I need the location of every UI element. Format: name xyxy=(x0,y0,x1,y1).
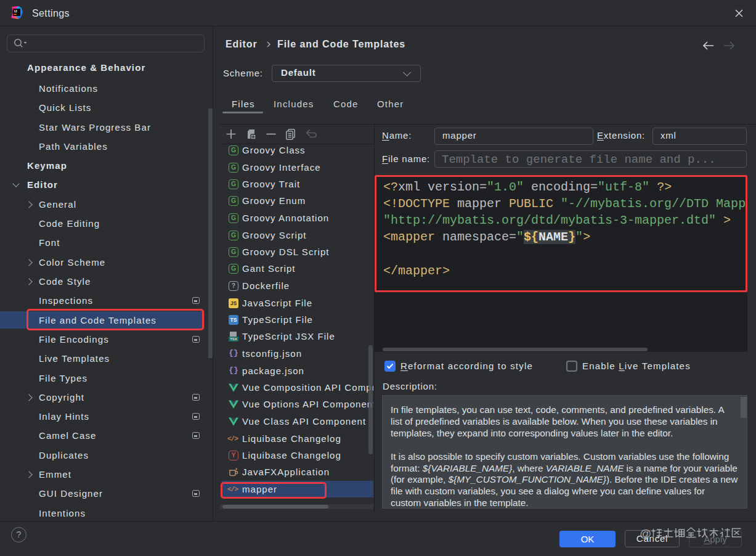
svg-text:IJ: IJ xyxy=(14,9,17,13)
svg-text:@: @ xyxy=(640,527,651,540)
